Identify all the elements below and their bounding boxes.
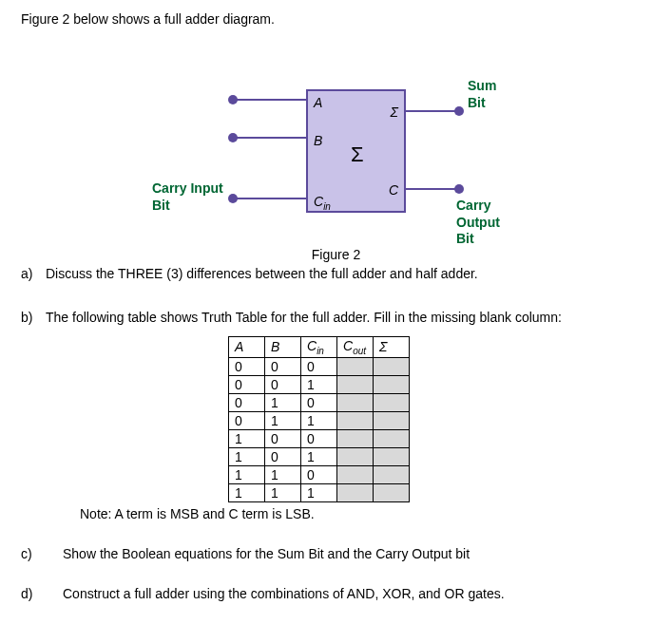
truth-header: Cin — [301, 337, 337, 358]
wire-b — [234, 137, 306, 139]
center-sigma: Σ — [351, 142, 364, 167]
full-adder-diagram: A B Cin Σ C Σ SumBit Carry InputBit Carr… — [21, 34, 651, 245]
truth-cell: 0 — [301, 357, 337, 375]
question-d-text: Construct a full adder using the combina… — [63, 586, 505, 601]
wire-a — [234, 99, 306, 101]
question-b: b) The following table shows Truth Table… — [21, 310, 651, 325]
truth-cell: 1 — [265, 411, 301, 429]
truth-header: B — [265, 337, 301, 358]
truth-cell — [374, 465, 410, 483]
truth-cell — [374, 483, 410, 501]
truth-cell: 0 — [265, 375, 301, 393]
question-c-label: c) — [21, 546, 40, 561]
pin-a-label: A — [314, 95, 322, 110]
dot-cout — [454, 184, 464, 194]
dot-sum — [454, 106, 464, 116]
question-d: d) Construct a full adder using the comb… — [21, 586, 651, 601]
truth-cell: 0 — [229, 357, 265, 375]
truth-cell: 1 — [301, 483, 337, 501]
truth-cell — [374, 411, 410, 429]
truth-cell: 0 — [301, 465, 337, 483]
truth-cell — [337, 483, 374, 501]
truth-header: A — [229, 337, 265, 358]
dot-cin — [228, 194, 238, 203]
truth-cell: 0 — [265, 429, 301, 447]
question-c-text: Show the Boolean equations for the Sum B… — [63, 546, 470, 561]
table-row: 000 — [229, 357, 410, 375]
truth-cell — [337, 393, 374, 411]
truth-cell: 0 — [301, 393, 337, 411]
carry-output-label: CarryOutputBit — [456, 198, 500, 248]
question-c: c) Show the Boolean equations for the Su… — [21, 546, 651, 561]
truth-cell: 0 — [265, 357, 301, 375]
truth-cell: 0 — [229, 375, 265, 393]
pin-sum-label: Σ — [391, 104, 398, 120]
truth-cell: 1 — [229, 465, 265, 483]
truth-cell: 1 — [229, 447, 265, 465]
sum-bit-label: SumBit — [468, 78, 496, 111]
table-row: 100 — [229, 429, 410, 447]
truth-cell — [374, 375, 410, 393]
truth-cell — [337, 429, 374, 447]
table-row: 010 — [229, 393, 410, 411]
wire-sum — [406, 110, 459, 112]
question-a: a) Discuss the THREE (3) differences bet… — [21, 266, 651, 281]
dot-b — [228, 133, 238, 142]
truth-cell: 1 — [265, 465, 301, 483]
truth-cell — [374, 393, 410, 411]
question-b-label: b) — [21, 310, 40, 325]
truth-cell — [337, 447, 374, 465]
adder-block: A B Cin Σ C Σ — [306, 89, 406, 213]
truth-cell — [374, 357, 410, 375]
truth-cell: 0 — [301, 429, 337, 447]
table-row: 110 — [229, 465, 410, 483]
note-text: Note: A term is MSB and C term is LSB. — [80, 506, 651, 521]
pin-cin-label: Cin — [314, 194, 331, 212]
question-a-text: Discuss the THREE (3) differences betwee… — [46, 266, 478, 281]
truth-cell — [374, 447, 410, 465]
question-a-label: a) — [21, 266, 40, 281]
truth-cell: 0 — [265, 447, 301, 465]
table-row: 011 — [229, 411, 410, 429]
truth-cell — [337, 411, 374, 429]
table-row: 101 — [229, 447, 410, 465]
pin-b-label: B — [314, 133, 322, 148]
truth-cell — [337, 465, 374, 483]
truth-cell — [337, 375, 374, 393]
truth-cell: 1 — [265, 483, 301, 501]
truth-header: Σ — [374, 337, 410, 358]
truth-cell: 1 — [301, 447, 337, 465]
dot-a — [228, 95, 238, 104]
truth-cell: 1 — [229, 429, 265, 447]
truth-cell: 0 — [229, 411, 265, 429]
pin-c-label: C — [389, 182, 398, 198]
truth-cell: 1 — [265, 393, 301, 411]
truth-table: ABCinCoutΣ 000001010011100101110111 — [228, 336, 410, 502]
table-row: 001 — [229, 375, 410, 393]
truth-cell: 1 — [301, 375, 337, 393]
intro-text: Figure 2 below shows a full adder diagra… — [21, 11, 651, 27]
truth-cell: 1 — [301, 411, 337, 429]
question-d-label: d) — [21, 586, 40, 601]
wire-cin — [234, 198, 306, 199]
truth-cell: 1 — [229, 483, 265, 501]
question-b-text: The following table shows Truth Table fo… — [46, 310, 562, 325]
truth-cell: 0 — [229, 393, 265, 411]
truth-cell — [374, 429, 410, 447]
truth-cell — [337, 357, 374, 375]
truth-header: Cout — [337, 337, 374, 358]
table-row: 111 — [229, 483, 410, 501]
wire-cout — [406, 188, 459, 190]
figure-caption: Figure 2 — [21, 247, 651, 262]
carry-input-label: Carry InputBit — [152, 180, 223, 214]
